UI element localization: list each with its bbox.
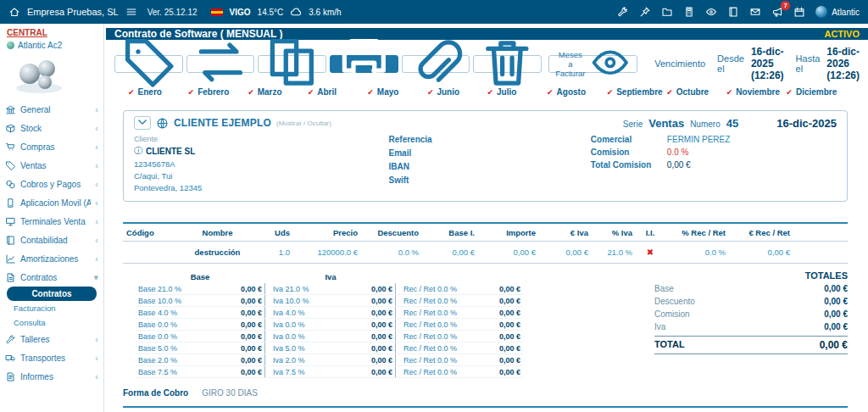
numero-value[interactable]: 45: [726, 117, 738, 130]
col-header-nombre: Nombre: [182, 224, 253, 242]
collapse-client-button[interactable]: [134, 116, 151, 130]
desde-date-value[interactable]: 16-dic-2025 (12:26): [751, 46, 784, 81]
check-icon: ✔: [128, 88, 135, 97]
month-febrero[interactable]: ✔Febrero: [188, 87, 248, 97]
sidebar-item-compras[interactable]: Compras ‹: [0, 137, 103, 156]
sidebar-item-contabilidad[interactable]: Contabilidad ‹: [0, 231, 103, 249]
tax-base-label: Base 0.0 %: [135, 331, 213, 342]
forma-de-cobro-value[interactable]: GIRO 30 DIAS: [202, 388, 258, 398]
col-header-uds: Uds: [253, 224, 293, 242]
month-junio[interactable]: ✔Junio: [427, 87, 487, 97]
sidebar-item-aplicacion-movil[interactable]: Aplicacion Movil (APP) ‹: [0, 193, 103, 212]
month-label: Julio: [497, 87, 516, 97]
serie-value[interactable]: Ventas: [648, 117, 684, 130]
sidebar-item-informes[interactable]: Informes ‹: [0, 367, 103, 386]
calculator-icon[interactable]: [683, 6, 695, 18]
month-mayo[interactable]: ✔Mayo: [367, 87, 427, 97]
tax-row: Base 0.0 %0,00 € Iva 0.0 %0,00 € Rec / R…: [135, 319, 523, 331]
sidebar-subitem-consulta[interactable]: Consulta: [0, 315, 103, 330]
client-name-title[interactable]: CLIENTE EJEMPLO: [174, 117, 271, 129]
topbar: Empresa Pruebas, SL Ver. 25.12.12 VIGO 1…: [0, 0, 868, 24]
month-enero[interactable]: ✔Enero: [128, 87, 188, 97]
client-address-1: C/aqui, Tui: [134, 171, 389, 181]
hasta-date-value[interactable]: 16-dic-2026 (12:26): [826, 46, 860, 81]
transfer-button[interactable]: [186, 55, 255, 73]
sidebar-item-stock[interactable]: Stock ‹: [0, 119, 103, 137]
sidebar-subitem-contratos[interactable]: Contratos: [7, 287, 97, 301]
home-icon[interactable]: [8, 6, 20, 18]
book-icon[interactable]: [727, 6, 739, 18]
month-marzo[interactable]: ✔Marzo: [248, 87, 308, 97]
chevron-icon: ‹: [95, 198, 98, 208]
month-abril[interactable]: ✔Abril: [308, 87, 368, 97]
cloud-icon: [290, 6, 302, 18]
weather-city: VIGO: [230, 8, 251, 17]
col-header-ii: I.I.: [636, 224, 665, 242]
tax-base-label: Base 0.0 %: [135, 319, 213, 330]
document-date[interactable]: 16-dic-2025: [776, 117, 837, 130]
pin-icon[interactable]: [639, 6, 651, 18]
sidebar-subitem-facturacion[interactable]: Facturacion: [0, 301, 103, 315]
notifications-button[interactable]: 7: [771, 6, 783, 18]
tax-base-label: Base 5.0 %: [135, 342, 213, 354]
check-icon: ✔: [188, 88, 195, 97]
sidebar-item-general[interactable]: General ‹: [0, 100, 103, 119]
wrench-icon: [5, 334, 16, 345]
sidebar-item-contratos[interactable]: Contratos ▾: [0, 268, 103, 287]
tools-icon[interactable]: [617, 6, 629, 18]
sidebar-item-label: Informes: [20, 372, 91, 381]
table-row[interactable]: destrucción 1.0 120000.0 € 0.0 % 0,00 € …: [123, 242, 848, 264]
delete-button[interactable]: [473, 55, 542, 73]
monitor-icon: [5, 216, 16, 227]
month-noviembre[interactable]: ✔Noviembre: [726, 87, 787, 97]
copy-button[interactable]: [258, 55, 326, 73]
month-diciembre[interactable]: ✔Diciembre: [786, 87, 846, 97]
sidebar-item-terminales-venta[interactable]: Terminales Venta ‹: [0, 212, 103, 231]
chevron-icon: ‹: [95, 180, 98, 189]
sidebar-item-amortizaciones[interactable]: Amortizaciones ‹: [0, 249, 103, 268]
tags-button[interactable]: [114, 55, 183, 73]
commercial-column: Comercial FERMIN PEREZ Comision 0.0 % To…: [591, 135, 837, 192]
company-name[interactable]: Empresa Pruebas, SL: [27, 7, 119, 17]
meses-a-facturar-button[interactable]: Meses a Facturar: [548, 55, 637, 73]
calendar-icon[interactable]: [793, 6, 805, 18]
eye-icon[interactable]: [705, 6, 717, 18]
sidebar-item-label: Amortizaciones: [20, 254, 91, 264]
total-comision-row: Total Comision 0,00 €: [591, 160, 837, 170]
check-icon: ✔: [427, 88, 434, 97]
comision-value: 0.0 %: [667, 148, 689, 157]
month-julio[interactable]: ✔Julio: [487, 87, 547, 97]
total-base-value: 0,00 €: [824, 284, 848, 293]
mail-icon[interactable]: [749, 6, 761, 18]
month-septiembre[interactable]: ✔Septiembre: [607, 87, 667, 97]
tax-row: Base 2.0 %0,00 € Iva 2.0 %0,00 € Rec / R…: [135, 354, 523, 366]
cliente-name-link[interactable]: ⓘ CLIENTE SL: [134, 145, 389, 157]
tax-base-value: 0,00 €: [213, 342, 265, 354]
contratos-submenu: Contratos Facturacion Consulta: [0, 287, 103, 330]
menu-icon[interactable]: [125, 6, 137, 18]
sidebar-company-link[interactable]: Atlantic Ac2: [0, 39, 103, 52]
tax-base-header: Base: [135, 270, 265, 283]
month-octubre[interactable]: ✔Octubre: [666, 87, 726, 97]
sidebar-item-ventas[interactable]: Ventas ‹: [0, 156, 103, 175]
print-button[interactable]: [330, 55, 398, 73]
document-meta: Serie Ventas Numero 45 16-dic-2025: [623, 117, 837, 130]
col-header-prec-ret: % Rec / Ret: [665, 224, 729, 242]
sidebar: CENTRAL Atlantic Ac2: [0, 24, 104, 412]
sidebar-item-cobros-y-pagos[interactable]: Cobros y Pagos ‹: [0, 175, 103, 193]
tax-row: Base 21.0 %0,00 € Iva 21.0 %0,00 € Rec /…: [135, 283, 523, 295]
toggle-hint: (Mostrar / Ocultar): [276, 120, 331, 127]
brand-button[interactable]: Atlantic: [815, 6, 860, 18]
folder-icon[interactable]: [661, 6, 673, 18]
tax-base-value: 0,00 €: [213, 319, 265, 330]
tax-header-row: Base Iva: [135, 270, 523, 283]
sidebar-item-talleres[interactable]: Talleres ‹: [0, 330, 103, 348]
month-agosto[interactable]: ✔Agosto: [547, 87, 607, 97]
cell-piva: 21.0 %: [592, 242, 636, 264]
central-link[interactable]: CENTRAL: [0, 24, 103, 39]
total-base-row: Base 0,00 €: [654, 282, 848, 295]
sidebar-item-transportes[interactable]: Transportes ‹: [0, 348, 103, 367]
cell-prec-ret: 0.0 %: [665, 242, 729, 264]
attach-button[interactable]: [402, 55, 470, 73]
tax-iva-value: 0,00 €: [343, 354, 396, 365]
